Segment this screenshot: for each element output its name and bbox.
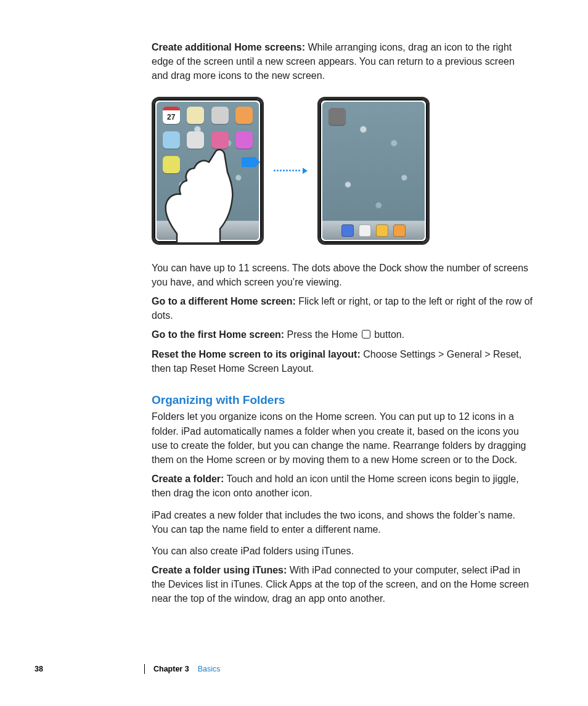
drag-arrow-icon (242, 157, 255, 167)
ipad-left-dock (157, 221, 259, 240)
ipad-left: 27 (152, 97, 264, 245)
app-icon (211, 131, 229, 149)
para-reset: Reset the Home screen to its original la… (152, 347, 533, 376)
para-create-folder-itunes: Create a folder using iTunes: With iPad … (152, 563, 533, 606)
bold-reset: Reset the Home screen to its original la… (152, 349, 361, 359)
app-icon (187, 107, 204, 124)
section-heading-organizing: Organizing with Folders (152, 392, 533, 409)
bold-create-additional: Create additional Home screens: (152, 42, 305, 52)
page: Create additional Home screens: While ar… (0, 0, 588, 706)
ipad-right-dock (322, 221, 425, 240)
app-icon (235, 131, 253, 149)
footer-separator (144, 664, 145, 674)
bold-go-different: Go to a different Home screen: (152, 296, 296, 306)
app-icon (163, 156, 180, 173)
app-icon (187, 131, 204, 149)
dock-app-icon (376, 224, 388, 237)
footer-title: Basics (198, 665, 221, 673)
para-create-folder: Create a folder: Touch and hold an icon … (152, 472, 533, 500)
body-text: Create additional Home screens: While ar… (152, 40, 533, 83)
para-folders-itunes: You can also create iPad folders using i… (152, 544, 533, 558)
dock-app-icon (341, 224, 354, 237)
ipad-left-icon-grid: 27 (160, 107, 255, 178)
home-icon (362, 330, 370, 339)
app-icon (211, 107, 229, 124)
app-icon (163, 131, 180, 149)
para-go-first: Go to the first Home screen: Press the H… (152, 327, 533, 342)
footer-chapter: Chapter 3 (153, 665, 189, 673)
bold-go-first: Go to the first Home screen: (152, 329, 284, 340)
dock-app-icon (393, 224, 406, 237)
dock-app-icon (202, 224, 214, 237)
ipad-right (317, 97, 430, 245)
bold-create-folder-itunes: Create a folder using iTunes: (152, 565, 287, 575)
text-go-first-b: button. (372, 329, 404, 340)
app-icon: 27 (163, 107, 180, 124)
page-number: 38 (35, 665, 144, 673)
figure-drag-screens: 27 (152, 97, 533, 245)
para-go-different: Go to a different Home screen: Flick lef… (152, 294, 533, 322)
dotted-arrow-icon (274, 167, 308, 174)
para-folder-created: iPad creates a new folder that includes … (152, 508, 533, 536)
para-create-additional: Create additional Home screens: While ar… (152, 40, 533, 83)
page-footer: 38 Chapter 3 Basics (35, 664, 533, 674)
dock-app-icon (359, 224, 371, 237)
app-icon (235, 107, 253, 124)
body-text: You can have up to 11 screens. The dots … (152, 261, 533, 606)
para-folders-intro: Folders let you organize icons on the Ho… (152, 409, 533, 467)
bold-create-folder: Create a folder: (152, 474, 224, 484)
text-go-first-a: Press the Home (284, 329, 361, 340)
para-11-screens: You can have up to 11 screens. The dots … (152, 261, 533, 289)
app-icon (329, 108, 346, 125)
